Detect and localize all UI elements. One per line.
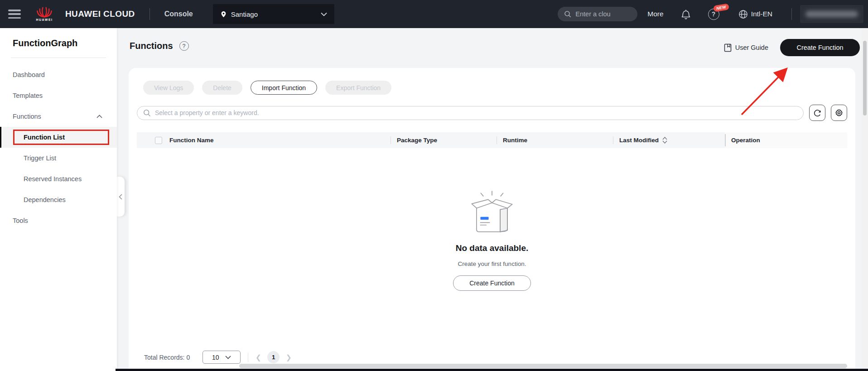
total-records-label: Total Records:: [144, 354, 184, 361]
column-label: Last Modified: [619, 137, 659, 144]
column-label: Function Name: [169, 137, 214, 144]
bottom-edge-bar: [116, 369, 868, 371]
empty-create-function-button[interactable]: Create Function: [453, 275, 531, 291]
console-link[interactable]: Console: [164, 10, 193, 18]
pagination-divider: [248, 353, 248, 362]
sidebar-item-function-list[interactable]: Function List: [0, 127, 117, 148]
more-menu[interactable]: More: [647, 10, 663, 18]
sidebar-item-dependencies[interactable]: Dependencies: [0, 189, 117, 210]
sidebar-item-reserved-instances[interactable]: Reserved Instances: [0, 169, 117, 189]
filter-row: [137, 105, 847, 121]
region-name: Santiago: [231, 10, 321, 18]
logo-caption: HUAWEI: [36, 18, 53, 21]
user-guide-label: User Guide: [735, 44, 768, 51]
delete-button[interactable]: Delete: [202, 81, 242, 95]
pagination-bar: Total Records: 0 10 ❮ 1 ❯: [144, 351, 292, 364]
total-records: Total Records: 0: [144, 354, 190, 361]
nav-divider: [149, 8, 150, 20]
page-help-icon[interactable]: ?: [179, 41, 189, 51]
huawei-petals-icon: [35, 7, 53, 18]
sidebar-item-label: Dashboard: [13, 64, 45, 85]
settings-button[interactable]: [831, 105, 847, 121]
user-guide-link[interactable]: User Guide: [724, 43, 768, 52]
column-label: Package Type: [397, 137, 437, 144]
column-last-modified: Last Modified: [613, 132, 725, 148]
column-label: Operation: [731, 137, 760, 144]
book-icon: [724, 43, 732, 52]
bell-icon: [681, 9, 691, 19]
region-selector[interactable]: Santiago: [213, 4, 334, 24]
sidebar-item-trigger-list[interactable]: Trigger List: [0, 148, 117, 169]
empty-title: No data available.: [420, 243, 564, 253]
view-logs-button[interactable]: View Logs: [143, 81, 194, 95]
new-badge: NEW: [713, 3, 729, 12]
page-size-value: 10: [212, 354, 219, 361]
gear-icon: [834, 108, 844, 117]
sidebar-item-tools[interactable]: Tools: [0, 210, 117, 231]
chevron-down-icon: [321, 12, 327, 16]
horizontal-scrollbar[interactable]: [239, 364, 847, 368]
chevron-down-icon: [225, 356, 231, 359]
empty-subtitle: Create your first function.: [420, 260, 564, 267]
language-selector[interactable]: Intl-EN: [738, 10, 772, 19]
sidebar-menu: Dashboard Templates Functions Function L…: [0, 64, 117, 231]
sidebar: FunctionGraph Dashboard Templates Functi…: [0, 28, 117, 371]
sidebar-item-label: Functions: [13, 106, 41, 127]
column-label: Runtime: [503, 137, 527, 144]
page-size-select[interactable]: 10: [203, 351, 241, 364]
page-title: Functions: [130, 41, 173, 51]
chevron-left-icon: [119, 194, 122, 200]
account-menu[interactable]: [800, 5, 863, 23]
main-content: Functions ? User Guide Create Function V…: [117, 28, 868, 371]
sidebar-divider: [11, 58, 106, 58]
sidebar-collapse-handle[interactable]: [116, 177, 125, 217]
notifications-button[interactable]: [681, 9, 691, 19]
sidebar-item-label: Templates: [13, 85, 43, 106]
sidebar-item-label: Dependencies: [24, 189, 66, 210]
sidebar-item-label: Tools: [13, 210, 28, 231]
chevron-up-icon: [96, 115, 102, 118]
sidebar-item-functions[interactable]: Functions: [0, 106, 117, 127]
next-page-button[interactable]: ❯: [285, 353, 292, 361]
function-list-card: View Logs Delete Import Function Export …: [129, 68, 855, 371]
menu-icon[interactable]: [8, 10, 21, 19]
top-nav: HUAWEI HUAWEI CLOUD Console Santiago Mor…: [0, 0, 868, 28]
global-search[interactable]: [558, 7, 637, 21]
global-search-input[interactable]: [575, 10, 630, 18]
column-operation: Operation: [725, 132, 847, 148]
refresh-icon: [813, 109, 822, 117]
account-name-redacted: [805, 11, 858, 17]
sidebar-item-templates[interactable]: Templates: [0, 85, 117, 106]
select-all-checkbox[interactable]: [155, 137, 162, 144]
import-function-button[interactable]: Import Function: [251, 81, 317, 95]
huawei-logo[interactable]: HUAWEI: [35, 7, 53, 21]
current-page[interactable]: 1: [267, 351, 280, 363]
sidebar-item-label: Reserved Instances: [24, 169, 82, 189]
export-function-button[interactable]: Export Function: [325, 81, 391, 95]
service-title: FunctionGraph: [13, 38, 117, 48]
language-label: Intl-EN: [751, 10, 772, 18]
sidebar-item-dashboard[interactable]: Dashboard: [0, 64, 117, 85]
total-records-value: 0: [186, 354, 190, 361]
huawei-cloud-console: HUAWEI HUAWEI CLOUD Console Santiago Mor…: [0, 0, 868, 371]
column-function-name: Function Name: [137, 132, 391, 148]
filter-search-input[interactable]: [155, 109, 797, 116]
brand-title: HUAWEI CLOUD: [65, 9, 135, 19]
vertical-scrollbar-thumb[interactable]: [863, 41, 867, 116]
table-header: Function Name Package Type Runtime Last …: [137, 132, 847, 148]
previous-page-button[interactable]: ❮: [255, 353, 261, 361]
empty-box-icon: [465, 190, 519, 234]
empty-state: No data available. Create your first fun…: [420, 190, 564, 291]
vertical-scrollbar[interactable]: [861, 28, 868, 369]
nav-right-cluster: More ? NEW Intl-EN: [558, 0, 868, 28]
sort-icon[interactable]: [662, 137, 667, 144]
location-pin-icon: [220, 10, 227, 18]
search-icon: [564, 10, 571, 18]
globe-icon: [738, 10, 748, 19]
refresh-button[interactable]: [809, 105, 825, 121]
filter-search-box[interactable]: [137, 106, 804, 120]
sidebar-item-label: Trigger List: [24, 148, 56, 169]
toolbar: View Logs Delete Import Function Export …: [143, 81, 847, 95]
create-function-button[interactable]: Create Function: [780, 39, 860, 56]
help-button[interactable]: ? NEW: [708, 9, 719, 20]
